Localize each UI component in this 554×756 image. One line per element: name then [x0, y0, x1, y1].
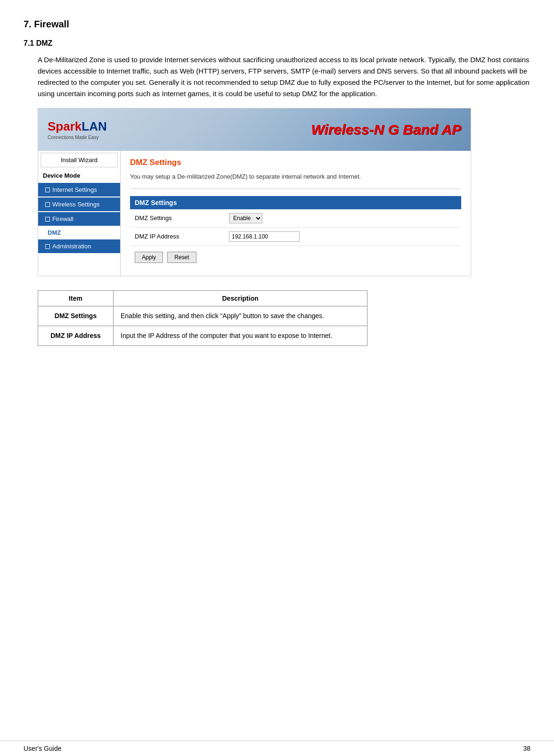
square-icon: [45, 244, 50, 249]
sidebar-item-internet-settings[interactable]: Internet Settings: [38, 183, 120, 197]
table-row: DMZ Settings Enable this setting, and th…: [38, 306, 367, 326]
table-row: DMZ IP Address: [130, 227, 461, 246]
dmz-ip-input[interactable]: [229, 231, 300, 242]
content-title: DMZ Settings: [130, 158, 461, 167]
section-title: 7. Firewall: [24, 19, 530, 30]
product-name: Wireless-N G Band AP: [311, 122, 461, 138]
col-description: Description: [114, 290, 367, 306]
dmz-settings-label: DMZ Settings: [130, 209, 224, 228]
subsection-title: 7.1 DMZ: [24, 39, 530, 48]
square-icon: [45, 188, 50, 192]
settings-table: DMZ Settings Enable Disable DMZ IP Addre…: [130, 209, 461, 246]
router-main-content: DMZ Settings You may setup a De-militari…: [121, 151, 471, 276]
router-body: Install Wizard Device Mode Internet Sett…: [38, 151, 471, 276]
content-description: You may setup a De-militarized Zone(DMZ)…: [130, 172, 461, 189]
intro-paragraph: A De-Militarized Zone is used to provide…: [38, 54, 530, 99]
col-item: Item: [38, 290, 114, 306]
sidebar-item-firewall[interactable]: Firewall: [38, 212, 120, 226]
sidebar-item-install-wizard[interactable]: Install Wizard: [41, 153, 118, 167]
router-sidebar: Install Wizard Device Mode Internet Sett…: [38, 151, 121, 276]
logo-tagline: Connections Made Easy: [48, 135, 98, 140]
router-header: SparkLAN Connections Made Easy Wireless-…: [38, 108, 471, 151]
page-footer: User's Guide 38: [0, 740, 554, 756]
logo-text: SparkLAN: [48, 119, 107, 134]
square-icon: [45, 202, 50, 207]
dmz-settings-select[interactable]: Enable Disable: [229, 213, 262, 223]
table-row: DMZ Settings Enable Disable: [130, 209, 461, 228]
apply-button[interactable]: Apply: [135, 252, 163, 263]
footer-label: User's Guide: [24, 745, 61, 752]
button-row: Apply Reset: [130, 246, 461, 269]
description-table-wrapper: Item Description DMZ Settings Enable thi…: [38, 290, 367, 346]
row-item-dmz-settings: DMZ Settings: [38, 306, 114, 326]
row-desc-dmz-settings: Enable this setting, and then click “App…: [114, 306, 367, 326]
table-row: DMZ IP Address Input the IP Address of t…: [38, 326, 367, 345]
table-header-row: Item Description: [38, 290, 367, 306]
dmz-settings-value: Enable Disable: [224, 209, 461, 228]
dmz-ip-value: [224, 227, 461, 246]
footer-page-number: 38: [523, 745, 530, 752]
sidebar-item-device-mode[interactable]: Device Mode: [38, 169, 120, 182]
sidebar-item-dmz[interactable]: DMZ: [38, 227, 120, 238]
dmz-ip-label: DMZ IP Address: [130, 227, 224, 246]
reset-button[interactable]: Reset: [167, 252, 196, 263]
row-desc-dmz-ip: Input the IP Address of the computer tha…: [114, 326, 367, 345]
description-table: Item Description DMZ Settings Enable thi…: [38, 290, 367, 346]
router-logo: SparkLAN Connections Made Easy: [48, 119, 107, 140]
router-ui-screenshot: SparkLAN Connections Made Easy Wireless-…: [38, 108, 471, 276]
row-item-dmz-ip: DMZ IP Address: [38, 326, 114, 345]
square-icon: [45, 217, 50, 222]
settings-section-header: DMZ Settings: [130, 196, 461, 209]
sidebar-item-administration[interactable]: Administration: [38, 239, 120, 253]
sidebar-item-wireless-settings[interactable]: Wireless Settings: [38, 197, 120, 211]
